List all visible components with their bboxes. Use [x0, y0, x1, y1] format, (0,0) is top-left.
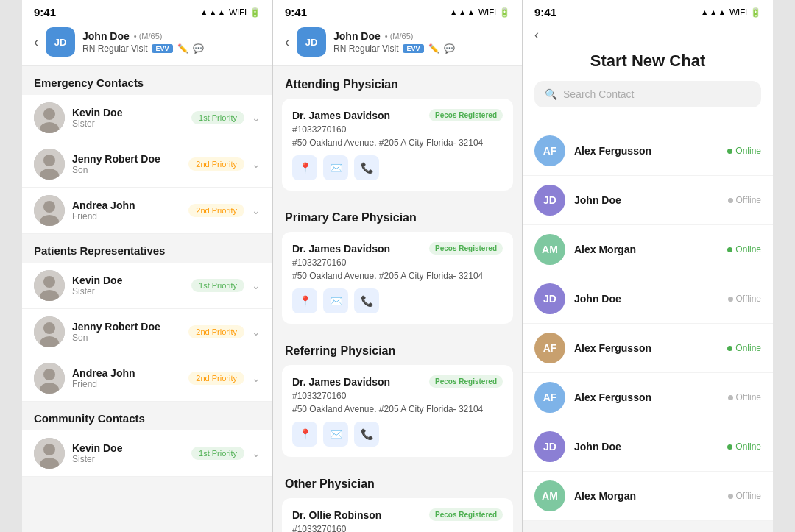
status-icons-2: ▲▲▲ WiFi 🔋: [449, 7, 510, 18]
phone-button[interactable]: 📞: [354, 288, 379, 313]
chat-contact-avatar: AF: [534, 382, 565, 413]
contact-item[interactable]: Kevin DoeSister1st Priority⌄: [22, 263, 272, 309]
physician-name: Dr. James Davidson: [292, 110, 390, 121]
contact-avatar: [34, 195, 65, 226]
edit-icon-2[interactable]: ✏️: [428, 43, 439, 54]
pecos-badge: Pecos Registered: [429, 109, 503, 121]
phone-button[interactable]: 📞: [354, 155, 379, 180]
contact-item[interactable]: Andrea JohnFriend2nd Priority⌄: [22, 188, 272, 234]
physician-name-row: Dr. Ollie RobinsonPecos Registered: [292, 508, 503, 521]
contact-info: Jenny Robert DoeSon: [72, 153, 181, 175]
chat-contact-avatar: JD: [534, 185, 565, 216]
contact-role: Sister: [72, 454, 184, 464]
contact-item[interactable]: Jenny Robert DoeSon2nd Priority⌄: [22, 141, 272, 188]
physician-address: #50 Oakland Avenue. #205 A City Florida-…: [292, 404, 503, 414]
chat-contact-item[interactable]: AMAlex MorganOffline: [523, 472, 773, 521]
wifi-icon-2: WiFi: [478, 7, 496, 18]
physician-section-title: Attending Physician: [273, 66, 522, 99]
chat-contact-item[interactable]: AFAlex FergussonOnline: [523, 127, 773, 176]
contact-role: Sister: [72, 286, 184, 297]
physician-name: Dr. Ollie Robinson: [292, 509, 381, 521]
signal-icon-3: ▲▲▲: [700, 7, 727, 18]
physician-name: Dr. James Davidson: [292, 376, 390, 388]
physician-address: #50 Oakland Avenue. #205 A City Florida-…: [292, 271, 503, 281]
phone-2: 9:41 ▲▲▲ WiFi 🔋 ‹ JD John Doe • (M/65) R…: [272, 0, 523, 532]
contact-info: Kevin DoeSister: [72, 442, 184, 464]
location-button[interactable]: 📍: [292, 288, 317, 313]
contact-name: Jenny Robert Doe: [72, 321, 181, 333]
email-button[interactable]: ✉️: [323, 422, 348, 447]
contact-item[interactable]: Kevin DoeSister1st Priority⌄: [22, 430, 272, 477]
chat-contact-list[interactable]: AFAlex FergussonOnlineJDJohn DoeOfflineA…: [523, 127, 773, 532]
chat-contact-avatar: AF: [534, 333, 565, 363]
wifi-icon: WiFi: [229, 7, 247, 18]
email-button[interactable]: ✉️: [323, 288, 348, 313]
status-dot-online: [727, 149, 732, 154]
contacts-scroll-1[interactable]: Emergency Contacts Kevin DoeSister1st Pr…: [22, 66, 272, 532]
header-info-2: John Doe • (M/65) RN Regular Visit EVV ✏…: [333, 30, 510, 54]
chat-contact-avatar: JD: [534, 431, 565, 462]
chat-contact-item[interactable]: JDJohn DoeOffline: [523, 176, 773, 225]
search-box[interactable]: 🔍 Search Contact: [534, 81, 761, 107]
chat-contact-name: Alex Morgan: [574, 244, 718, 255]
status-time-1: 9:41: [34, 6, 56, 18]
contact-name: Kevin Doe: [72, 107, 184, 118]
avatar-jd-1: JD: [46, 27, 75, 57]
section-title: Emergency Contacts: [22, 66, 272, 95]
physician-address: #50 Oakland Avenue. #205 A City Florida-…: [292, 138, 503, 148]
contact-item[interactable]: Jenny Robert DoeSon2nd Priority⌄: [22, 309, 272, 355]
chat-contact-item[interactable]: JDJohn DoeOnline: [523, 422, 773, 472]
phone-button[interactable]: 📞: [354, 422, 379, 447]
contact-item[interactable]: Kevin DoeSister1st Priority⌄: [22, 95, 272, 141]
chevron-down-icon[interactable]: ⌄: [252, 112, 261, 124]
physician-section-title: Primary Care Physician: [273, 199, 522, 232]
battery-icon-2: 🔋: [499, 7, 510, 18]
contact-item[interactable]: Andrea JohnFriend2nd Priority⌄: [22, 355, 272, 402]
physician-phone: #1033270160: [292, 524, 503, 532]
chat-contact-item[interactable]: AFAlex FergussonOnline: [523, 324, 773, 373]
contact-role: Friend: [72, 379, 181, 389]
chat-contact-avatar: AM: [534, 234, 565, 265]
chat-contact-item[interactable]: AFAlex FergussonOffline: [523, 373, 773, 422]
physician-name: Dr. James Davidson: [292, 243, 390, 255]
status-text: Offline: [736, 491, 761, 501]
chat-contact-item[interactable]: JDJohn DoeOffline: [523, 274, 773, 324]
chevron-down-icon[interactable]: ⌄: [252, 205, 261, 216]
location-button[interactable]: 📍: [292, 422, 317, 447]
status-text: Offline: [736, 195, 761, 205]
status-dot-online: [727, 247, 732, 252]
chevron-down-icon[interactable]: ⌄: [252, 372, 261, 384]
chat-icon-2[interactable]: 💬: [444, 43, 455, 54]
header-sub-1: RN Regular Visit EVV ✏️ 💬: [82, 43, 261, 54]
physicians-scroll[interactable]: Attending PhysicianDr. James DavidsonPec…: [273, 66, 522, 532]
chat-contact-item[interactable]: AMAlex MorganOnline: [523, 225, 773, 274]
chat-contact-name: Alex Fergusson: [574, 391, 719, 403]
search-icon: 🔍: [545, 88, 557, 100]
status-badge: Online: [727, 244, 761, 255]
chat-icon-1[interactable]: 💬: [193, 43, 204, 54]
status-badge: Online: [727, 441, 761, 452]
status-badge: Offline: [728, 195, 761, 205]
visit-label-2: RN Regular Visit: [333, 43, 398, 54]
back-button-2[interactable]: ‹: [285, 35, 289, 50]
chat-contact-avatar: JD: [534, 283, 565, 314]
chevron-down-icon[interactable]: ⌄: [252, 280, 261, 291]
status-time-2: 9:41: [285, 6, 307, 18]
back-button-1[interactable]: ‹: [34, 35, 38, 50]
header-info-1: John Doe • (M/65) RN Regular Visit EVV ✏…: [82, 30, 261, 54]
back-button-3[interactable]: ‹: [534, 27, 539, 43]
status-text: Offline: [736, 294, 761, 304]
location-button[interactable]: 📍: [292, 155, 317, 180]
email-button[interactable]: ✉️: [323, 155, 348, 180]
physician-card: Dr. Ollie RobinsonPecos Registered#10332…: [282, 498, 513, 532]
contact-info: Andrea JohnFriend: [72, 367, 181, 389]
chat-contact-avatar: AF: [534, 135, 565, 166]
header-2: ‹ JD John Doe • (M/65) RN Regular Visit …: [273, 21, 522, 66]
status-bar-2: 9:41 ▲▲▲ WiFi 🔋: [273, 0, 522, 21]
chevron-down-icon[interactable]: ⌄: [252, 326, 261, 338]
chevron-down-icon[interactable]: ⌄: [252, 447, 261, 459]
chevron-down-icon[interactable]: ⌄: [252, 158, 261, 170]
physician-section-title: Referring Physician: [273, 333, 522, 365]
edit-icon-1[interactable]: ✏️: [177, 43, 188, 54]
svg-point-10: [43, 276, 55, 288]
